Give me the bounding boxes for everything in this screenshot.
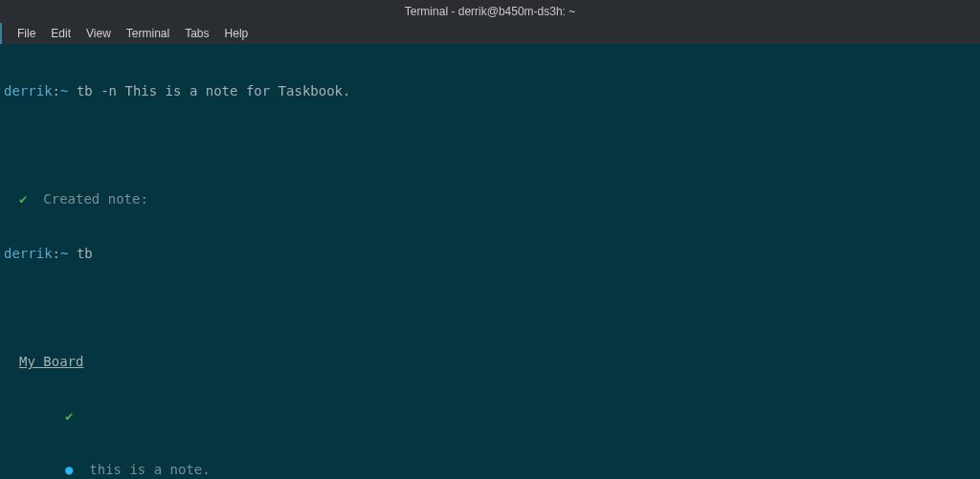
created-note-line: ✔ Created note:: [4, 190, 976, 208]
menu-tabs[interactable]: Tabs: [177, 25, 216, 42]
command-1: tb -n This is a note for Taskbook.: [77, 83, 351, 98]
menu-view[interactable]: View: [78, 25, 119, 42]
window-title: Terminal - derrik@b450m-ds3h: ~: [405, 5, 576, 18]
note-text-1: this is a note.: [89, 462, 210, 477]
board-header-1: My Board: [4, 353, 976, 371]
prompt-user: derrik: [4, 83, 53, 98]
line-prompt-1: derrik:~ tb -n This is a note for Taskbo…: [4, 82, 976, 100]
window-titlebar: Terminal - derrik@b450m-ds3h: ~: [0, 0, 980, 23]
menu-edit[interactable]: Edit: [43, 25, 78, 42]
prompt-sep: :: [53, 246, 60, 261]
board-title-1: My Board: [19, 354, 83, 369]
menu-terminal[interactable]: Terminal: [119, 25, 177, 42]
prompt-sep: :: [53, 83, 60, 98]
board-check-1: ✔: [4, 407, 976, 425]
check-icon: ✔: [65, 408, 73, 424]
terminal-body[interactable]: derrik:~ tb -n This is a note for Taskbo…: [0, 44, 980, 479]
note-row-1: ● this is a note.: [4, 461, 976, 479]
prompt-path: ~: [60, 246, 68, 261]
menu-help[interactable]: Help: [217, 25, 256, 42]
bullet-icon: ●: [65, 462, 73, 477]
prompt-user: derrik: [4, 246, 53, 261]
menubar: File Edit View Terminal Tabs Help: [0, 23, 980, 44]
prompt-path: ~: [60, 83, 68, 98]
command-2: tb: [77, 246, 93, 261]
menu-file[interactable]: File: [10, 25, 43, 42]
created-label: Created note:: [43, 191, 148, 207]
check-icon: ✔: [19, 191, 27, 207]
line-prompt-2: derrik:~ tb: [4, 245, 976, 263]
blank-line: [4, 136, 976, 154]
blank-line: [4, 298, 976, 316]
